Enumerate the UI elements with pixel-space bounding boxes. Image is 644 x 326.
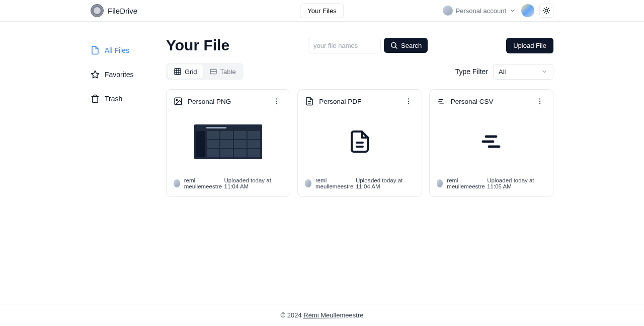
uploader-name: remi meullemeestre [315, 177, 356, 189]
upload-button[interactable]: Upload File [506, 38, 553, 53]
image-icon [174, 97, 183, 106]
svg-point-0 [545, 9, 547, 12]
account-label: Personal account [456, 7, 506, 15]
account-switcher[interactable]: Personal account [443, 6, 516, 16]
chevron-down-icon [509, 7, 516, 14]
uploader-avatar-icon [174, 179, 180, 187]
file-text-icon [348, 129, 372, 154]
file-title: Personal PDF [319, 98, 361, 105]
logo-icon [91, 4, 104, 17]
file-text-icon [305, 97, 314, 106]
file-title: Personal CSV [451, 98, 494, 105]
sidebar-item-label: All Files [105, 46, 129, 54]
file-card[interactable]: Personal PNG [166, 89, 290, 197]
view-tabs: Grid Table [166, 63, 244, 80]
search-button-label: Search [401, 42, 422, 49]
search-input[interactable] [308, 38, 381, 53]
svg-point-28 [408, 103, 409, 104]
more-vertical-icon [405, 97, 413, 105]
trash-icon [91, 94, 100, 103]
tab-grid-label: Grid [185, 68, 197, 76]
chevron-down-icon [541, 68, 548, 75]
type-filter-value: All [499, 68, 506, 76]
sidebar-item-label: Favorites [105, 71, 134, 79]
tab-table-label: Table [220, 68, 236, 76]
svg-line-3 [544, 8, 544, 9]
uploader-avatar-icon [305, 179, 311, 187]
type-filter-label: Type Filter [455, 68, 488, 76]
svg-point-23 [276, 103, 277, 104]
type-filter-select[interactable]: All [493, 64, 553, 80]
file-title: Personal PNG [188, 98, 231, 105]
file-card[interactable]: Personal PDF remi meullemeestre [297, 89, 422, 197]
svg-rect-12 [175, 69, 181, 75]
svg-line-8 [548, 8, 549, 9]
sidebar: All Files Favorites Trash [91, 37, 146, 197]
theme-toggle-button[interactable] [539, 4, 553, 18]
sun-icon [542, 7, 550, 15]
svg-point-21 [276, 98, 277, 99]
uploader-avatar-icon [437, 179, 443, 187]
org-avatar-icon [443, 6, 453, 16]
gantt-icon [437, 97, 446, 106]
tab-table[interactable]: Table [203, 64, 242, 79]
sidebar-item-trash[interactable]: Trash [91, 90, 146, 107]
search-icon [390, 41, 398, 49]
more-options-button[interactable] [403, 97, 415, 105]
search-button[interactable]: Search [384, 38, 428, 53]
footer-copyright: © 2024 [281, 311, 304, 319]
svg-point-36 [539, 103, 540, 104]
page-title: Your File [166, 37, 229, 54]
uploader-name: remi meullemeestre [184, 177, 224, 189]
user-avatar[interactable] [521, 4, 534, 17]
gantt-icon [479, 129, 503, 154]
svg-point-20 [176, 99, 177, 100]
file-card[interactable]: Personal CSV remi meullemeestre [429, 89, 553, 197]
svg-line-11 [395, 47, 397, 48]
app-header: FileDrive Your Files Personal account [0, 0, 644, 22]
svg-line-7 [544, 13, 544, 13]
svg-marker-9 [92, 71, 99, 78]
table-icon [209, 68, 217, 76]
logo-group[interactable]: FileDrive [91, 4, 137, 17]
footer: © 2024 Rémi Meullemeestre [0, 304, 644, 326]
uploader-name: remi meullemeestre [447, 177, 487, 189]
upload-time: Uploaded today at 11:05 AM [487, 177, 546, 189]
svg-point-26 [408, 98, 409, 99]
svg-point-27 [408, 101, 409, 102]
more-options-button[interactable] [271, 97, 283, 105]
upload-time: Uploaded today at 11:04 AM [356, 177, 415, 189]
file-icon [91, 46, 100, 55]
footer-author-link[interactable]: Rémi Meullemeestre [303, 311, 363, 319]
upload-time: Uploaded today at 11:04 AM [224, 177, 283, 189]
more-vertical-icon [273, 97, 281, 105]
svg-point-22 [276, 101, 277, 102]
file-grid: Personal PNG [166, 89, 553, 197]
svg-point-35 [539, 101, 540, 102]
app-name: FileDrive [108, 7, 137, 15]
sidebar-item-favorites[interactable]: Favorites [91, 66, 146, 83]
sidebar-item-label: Trash [105, 95, 122, 103]
star-icon [91, 70, 100, 79]
your-files-button[interactable]: Your Files [300, 4, 344, 18]
more-vertical-icon [536, 97, 544, 105]
sidebar-item-all-files[interactable]: All Files [91, 42, 146, 59]
more-options-button[interactable] [534, 97, 546, 105]
svg-line-4 [548, 13, 549, 13]
tab-grid[interactable]: Grid [168, 64, 203, 79]
file-thumbnail [194, 124, 262, 159]
svg-point-34 [539, 98, 540, 99]
main-content: Your File Search Upload File Grid Table [166, 37, 553, 197]
grid-icon [174, 68, 182, 76]
